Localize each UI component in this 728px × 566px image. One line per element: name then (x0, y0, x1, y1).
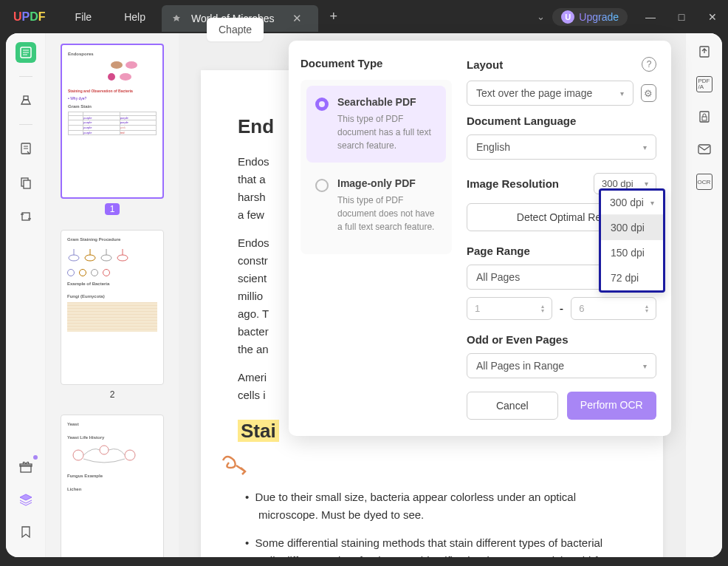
upgrade-badge-icon: U (561, 10, 574, 24)
svg-point-15 (69, 255, 79, 261)
cancel-button[interactable]: Cancel (467, 392, 558, 420)
document-type-heading: Document Type (301, 57, 452, 69)
radio-empty-icon (315, 179, 329, 192)
range-from-input[interactable]: 1▴▾ (467, 297, 552, 320)
tab-close-icon[interactable]: ✕ (292, 12, 302, 25)
svg-rect-29 (698, 145, 710, 154)
left-toolbar (6, 33, 46, 557)
menu-file[interactable]: File (59, 11, 109, 23)
thumbnails-icon[interactable] (16, 42, 36, 63)
chevron-down-icon: ▾ (643, 362, 647, 370)
lock-page-icon[interactable] (696, 109, 712, 125)
ocr-icon[interactable]: OCR (696, 174, 712, 190)
chevron-down-icon: ▾ (643, 143, 647, 151)
upgrade-button[interactable]: U Upgrade (552, 8, 628, 26)
layout-select[interactable]: Text over the page image▾ (467, 81, 633, 106)
export-page-icon[interactable] (696, 44, 712, 60)
range-dash: - (560, 302, 563, 316)
page-thumbnail-1[interactable]: Endospores Staining and Observation of B… (61, 44, 164, 199)
option-image-only-pdf[interactable]: Image-only PDF This type of PDF document… (306, 167, 446, 244)
minimize-button[interactable]: — (635, 5, 666, 29)
help-icon[interactable]: ? (642, 57, 656, 72)
chevron-down-icon: ▾ (650, 199, 654, 207)
svg-rect-4 (24, 96, 28, 100)
mail-icon[interactable] (696, 141, 712, 157)
bullet-2: • Some differential staining methods tha… (245, 534, 626, 557)
page-thumbnail-2[interactable]: Gram Staining Procedure Example of Bacte… (61, 230, 164, 385)
resolution-heading: Image Resolution (467, 177, 559, 190)
page-thumbnail-3[interactable]: Yeast Yeast Life History Fungus Example … (61, 415, 164, 557)
copy-tool-icon[interactable] (16, 172, 36, 193)
svg-point-21 (117, 255, 128, 261)
svg-point-23 (73, 450, 83, 460)
language-select[interactable]: English▾ (467, 134, 656, 160)
layout-heading: Layout (467, 58, 503, 71)
svg-point-24 (100, 446, 109, 454)
bullet-1: • Due to their small size, bacteria appe… (245, 488, 626, 524)
tabs-dropdown-icon[interactable]: ⌄ (529, 11, 552, 22)
chevron-down-icon: ▾ (645, 180, 648, 188)
odd-even-select[interactable]: All Pages in Range▾ (467, 353, 656, 378)
language-heading: Document Language (467, 115, 656, 127)
svg-rect-28 (702, 117, 707, 120)
new-tab-button[interactable]: + (318, 9, 350, 24)
notes-tool-icon[interactable] (16, 138, 36, 159)
pin-icon (171, 13, 182, 24)
breadcrumb[interactable]: Chapte (207, 18, 264, 41)
perform-ocr-button[interactable]: Perform OCR (567, 392, 657, 420)
title-bar: UPDF File Help World of Microbes ✕ + ⌄ U… (0, 0, 728, 33)
highlight-tool-icon[interactable] (16, 90, 36, 111)
right-toolbar: PDF/A OCR (685, 33, 722, 557)
menu-help[interactable]: Help (108, 11, 162, 23)
gear-icon[interactable]: ⚙ (641, 84, 656, 102)
pdfa-icon[interactable]: PDF/A (696, 76, 712, 92)
page-thumbnail-1-label: 1 (105, 203, 120, 215)
svg-point-17 (85, 255, 95, 261)
bookmark-icon[interactable] (16, 522, 36, 542)
chevron-down-icon: ▾ (620, 89, 624, 98)
arrow-doodle-icon (216, 449, 260, 479)
resolution-option-72[interactable]: 72 dpi (601, 265, 663, 290)
maximize-button[interactable]: □ (666, 5, 697, 29)
upgrade-label: Upgrade (579, 11, 619, 23)
svg-rect-9 (24, 180, 30, 188)
resolution-option-300[interactable]: 300 dpi (601, 215, 663, 240)
svg-point-19 (101, 255, 111, 261)
app-logo: UPDF (0, 10, 59, 24)
odd-even-heading: Odd or Even Pages (467, 333, 656, 346)
svg-point-25 (125, 450, 135, 460)
range-to-input[interactable]: 6▴▾ (571, 297, 656, 320)
resolution-option-150[interactable]: 150 dpi (601, 240, 663, 265)
resolution-dropdown-header[interactable]: 300 dpi▾ (601, 191, 663, 215)
option-searchable-pdf[interactable]: Searchable PDF This type of PDF document… (306, 86, 446, 163)
close-button[interactable]: ✕ (697, 5, 728, 29)
crop-tool-icon[interactable] (16, 206, 36, 227)
resolution-dropdown: 300 dpi▾ 300 dpi 150 dpi 72 dpi (599, 188, 665, 293)
radio-selected-icon (315, 98, 329, 111)
page-thumbnail-2-label: 2 (110, 389, 115, 400)
layers-icon[interactable] (16, 489, 36, 510)
gift-icon[interactable] (16, 457, 36, 477)
thumbnails-panel: Endospores Staining and Observation of B… (46, 33, 179, 557)
